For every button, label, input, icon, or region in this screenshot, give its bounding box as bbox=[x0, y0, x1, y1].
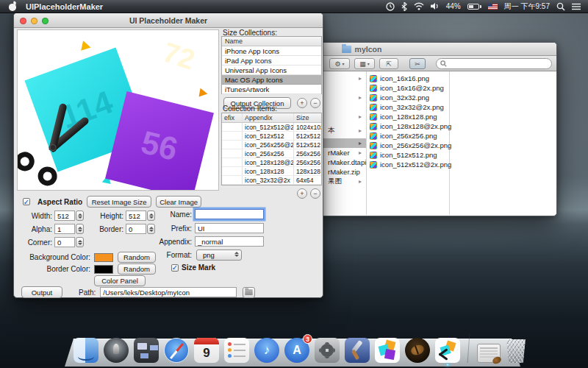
file-row[interactable]: icon_512x512@2x.png bbox=[370, 160, 448, 169]
file-row[interactable]: icon_16x16@2x.png bbox=[370, 83, 448, 93]
file-row[interactable]: icon_16x16.png bbox=[370, 74, 448, 83]
file-row[interactable]: icon_32x32.png bbox=[370, 93, 448, 102]
close-icon[interactable] bbox=[20, 18, 26, 24]
file-row[interactable]: icon_128x128.png bbox=[370, 112, 448, 121]
background-random-button[interactable]: Random bbox=[118, 252, 156, 263]
apple-menu-icon[interactable] bbox=[9, 2, 17, 11]
dock-icon-finder[interactable] bbox=[74, 338, 98, 363]
spotlight-icon[interactable] bbox=[556, 2, 565, 11]
menu-clock[interactable]: 周一 下午9:57 bbox=[504, 1, 550, 12]
app-traffic-lights[interactable] bbox=[14, 18, 49, 24]
dock-icon-trash[interactable] bbox=[506, 339, 526, 363]
collection-item[interactable]: Universal App Icons bbox=[222, 66, 321, 75]
name-field[interactable] bbox=[195, 209, 264, 219]
collection-item-selected[interactable]: Mac OS App Icons bbox=[222, 75, 321, 85]
alpha-stepper[interactable] bbox=[76, 224, 84, 234]
remove-collection-button[interactable]: − bbox=[310, 98, 320, 108]
output-button[interactable]: Output bbox=[21, 286, 62, 298]
bluetooth-icon[interactable] bbox=[401, 2, 407, 11]
clock-icon[interactable] bbox=[386, 2, 395, 11]
dock-icon-reminders[interactable] bbox=[224, 338, 249, 363]
table-row[interactable]: icon_128x128128x128 bbox=[222, 167, 321, 176]
alpha-field[interactable] bbox=[54, 224, 75, 234]
dock-icon-system-preferences[interactable] bbox=[315, 338, 340, 363]
appendix-field[interactable] bbox=[195, 236, 264, 247]
png-file-icon bbox=[370, 161, 377, 169]
path-field[interactable] bbox=[100, 287, 237, 297]
background-color-swatch[interactable] bbox=[94, 253, 113, 262]
dock-icon-launchpad[interactable] bbox=[104, 338, 129, 363]
border-color-swatch[interactable] bbox=[94, 265, 113, 274]
aspect-ratio-checkbox[interactable]: ✓ bbox=[23, 198, 30, 205]
width-stepper[interactable] bbox=[76, 210, 84, 221]
notification-center-icon[interactable] bbox=[572, 3, 581, 10]
file-row[interactable]: icon_512x512.png bbox=[370, 150, 448, 160]
collections-name-header[interactable]: Name bbox=[222, 37, 321, 46]
remove-item-button[interactable]: − bbox=[310, 188, 320, 199]
collection-item[interactable]: iPad App Icons bbox=[222, 56, 321, 66]
corner-stepper[interactable] bbox=[76, 237, 84, 247]
dock-icon-safari[interactable] bbox=[164, 338, 189, 363]
size-mark-checkbox[interactable]: ✓ bbox=[171, 264, 179, 272]
dock-icon-xcode[interactable] bbox=[345, 338, 370, 363]
dock-icon-coffee-app[interactable] bbox=[405, 338, 430, 363]
wifi-icon[interactable] bbox=[414, 2, 424, 10]
border-random-button[interactable]: Random bbox=[118, 263, 156, 275]
border-field[interactable] bbox=[126, 224, 146, 234]
size-collections-list[interactable]: Name iPhone App Icons iPad App Icons Uni… bbox=[221, 36, 322, 94]
volume-icon[interactable] bbox=[431, 2, 440, 10]
icon-preview-canvas[interactable]: 72 114 56 bbox=[17, 29, 219, 191]
collection-items-table[interactable]: efix Appendix Size icon_512x512@2x1024x1… bbox=[221, 113, 322, 185]
height-field[interactable] bbox=[126, 210, 146, 221]
collection-items-label: Collection Items: bbox=[223, 105, 277, 113]
minimize-icon[interactable] bbox=[31, 18, 37, 24]
add-item-button[interactable]: + bbox=[297, 188, 307, 199]
us-flag-input-source[interactable] bbox=[488, 4, 498, 10]
prefix-label: Prefix: bbox=[167, 224, 192, 233]
app-titlebar[interactable]: UI Placeholder Maker bbox=[14, 13, 323, 28]
share-button[interactable]: ⇱ bbox=[379, 58, 398, 69]
file-row[interactable]: icon_256x256.png bbox=[370, 131, 448, 141]
collection-item[interactable]: iTunesArtwork bbox=[222, 85, 321, 94]
table-row[interactable]: icon_512x512512x512 bbox=[222, 132, 321, 141]
choose-folder-button[interactable] bbox=[243, 287, 255, 298]
scissors-app-toolbar-icon[interactable]: ✂ bbox=[409, 58, 426, 69]
table-header[interactable]: efix Appendix Size bbox=[222, 113, 321, 123]
gear-action-button[interactable]: ⚙▾ bbox=[329, 58, 350, 69]
dock-icon-calendar[interactable]: 9 bbox=[194, 338, 219, 363]
width-field[interactable] bbox=[54, 210, 75, 221]
corner-field[interactable] bbox=[54, 237, 75, 247]
prefix-field[interactable] bbox=[195, 223, 264, 233]
active-app-menu[interactable]: UIPlaceholderMaker bbox=[26, 2, 103, 11]
png-file-icon bbox=[370, 75, 377, 82]
format-dropdown[interactable]: png bbox=[196, 250, 242, 261]
battery-percentage[interactable]: 44% bbox=[446, 2, 461, 10]
dock-icon-mission-control[interactable] bbox=[134, 338, 159, 363]
search-field[interactable] bbox=[436, 58, 552, 69]
file-row[interactable]: icon_128x128@2x.png bbox=[370, 121, 448, 131]
dock-icon-ui-placeholder-maker[interactable] bbox=[435, 338, 460, 363]
battery-icon[interactable] bbox=[467, 4, 481, 10]
reset-image-size-button[interactable]: Reset Image Size bbox=[87, 196, 151, 208]
file-row[interactable]: icon_256x256@2x.png bbox=[370, 141, 448, 150]
height-stepper[interactable] bbox=[147, 210, 155, 221]
dock-icon-color-squares-app[interactable] bbox=[375, 338, 400, 363]
dock-icon-itunes[interactable]: ♪ bbox=[254, 338, 279, 363]
collection-item[interactable]: iPhone App Icons bbox=[222, 46, 321, 56]
table-row[interactable]: icon_128x128@2x256x256 bbox=[222, 158, 321, 167]
zoom-icon[interactable] bbox=[42, 18, 49, 24]
add-collection-button[interactable]: + bbox=[297, 98, 307, 108]
table-row[interactable]: icon_256x256256x256 bbox=[222, 149, 321, 158]
app-window[interactable]: UI Placeholder Maker 72 114 56 Size Coll… bbox=[13, 13, 323, 298]
clear-image-button[interactable]: Clear Image bbox=[156, 196, 201, 208]
border-stepper[interactable] bbox=[147, 224, 155, 234]
arrange-view-button[interactable]: ▦▾ bbox=[354, 58, 375, 69]
table-row[interactable]: icon_32x32@2x64x64 bbox=[222, 176, 321, 185]
color-panel-button[interactable]: Color Panel bbox=[94, 275, 146, 286]
table-row[interactable]: icon_512x512@2x1024x1024 bbox=[222, 123, 321, 132]
menu-bar: UIPlaceholderMaker 44% 周一 下午9:57 bbox=[0, 0, 588, 13]
dock-minimized-window[interactable] bbox=[477, 344, 501, 363]
dock-icon-app-store[interactable]: A3 bbox=[284, 338, 309, 363]
file-row[interactable]: icon_32x32@2x.png bbox=[370, 102, 448, 112]
table-row[interactable]: icon_256x256@2x512x512 bbox=[222, 141, 321, 149]
